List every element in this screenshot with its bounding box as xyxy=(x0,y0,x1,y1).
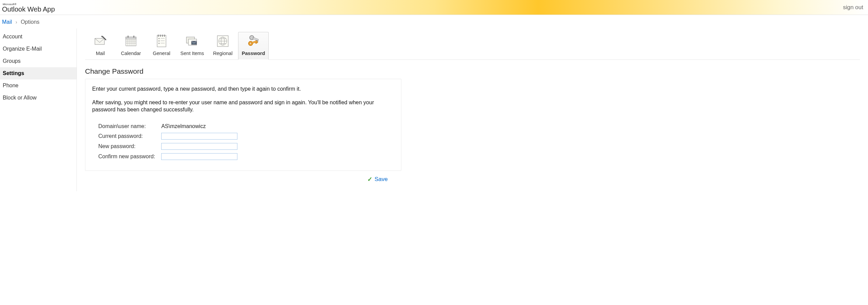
intro-text-1: Enter your current password, type a new … xyxy=(92,85,394,93)
tab-general[interactable]: General xyxy=(146,32,177,60)
svg-rect-18 xyxy=(158,38,160,39)
app-title: Outlook Web App xyxy=(2,6,55,13)
sidebar-item-phone[interactable]: Phone xyxy=(0,79,77,92)
svg-rect-42 xyxy=(256,42,258,43)
tab-password[interactable]: Password xyxy=(238,32,269,60)
current-password-label: Current password: xyxy=(97,131,160,141)
svg-rect-35 xyxy=(253,37,258,40)
tab-label: Calendar xyxy=(121,51,141,56)
svg-rect-16 xyxy=(162,35,163,37)
confirm-password-input[interactable] xyxy=(161,153,237,160)
mail-icon xyxy=(94,34,107,48)
svg-rect-41 xyxy=(255,42,257,44)
sidebar-item-account[interactable]: Account xyxy=(0,31,77,43)
tab-regional[interactable]: Regional xyxy=(207,32,238,60)
tab-mail[interactable]: Mail xyxy=(85,32,116,60)
tab-label: Password xyxy=(242,51,265,56)
breadcrumb-mail-link[interactable]: Mail xyxy=(2,19,12,25)
save-button[interactable]: Save xyxy=(374,176,388,183)
new-password-label: New password: xyxy=(97,141,160,151)
svg-rect-0 xyxy=(95,38,104,44)
section-title: Change Password xyxy=(85,67,860,75)
svg-rect-14 xyxy=(158,35,159,37)
tab-label: General xyxy=(153,51,170,56)
password-fields: Domain\user name: AS\mzelmanowicz Curren… xyxy=(97,122,239,162)
tab-calendar[interactable]: Calendar xyxy=(116,32,146,60)
sidebar-item-groups[interactable]: Groups xyxy=(0,55,77,67)
breadcrumb-separator: › xyxy=(16,19,17,25)
general-icon xyxy=(155,34,168,48)
sidebar-item-settings[interactable]: Settings xyxy=(0,67,77,79)
sidebar-item-organize-email[interactable]: Organize E-Mail xyxy=(0,43,77,55)
calendar-icon xyxy=(124,34,138,48)
tab-label: Regional xyxy=(213,51,232,56)
breadcrumb-current: Options xyxy=(21,19,39,25)
domain-user-value: AS\mzelmanowicz xyxy=(160,122,239,131)
svg-rect-20 xyxy=(158,40,160,41)
checkmark-icon: ✓ xyxy=(367,176,372,183)
domain-user-label: Domain\user name: xyxy=(97,122,160,131)
current-password-input[interactable] xyxy=(161,133,237,140)
change-password-panel: Enter your current password, type a new … xyxy=(85,79,401,171)
app-header: Microsoft® Outlook Web App sign out xyxy=(0,0,868,15)
svg-rect-4 xyxy=(126,37,136,39)
svg-rect-12 xyxy=(133,36,134,38)
regional-icon xyxy=(216,34,230,48)
svg-rect-15 xyxy=(160,35,161,37)
svg-rect-13 xyxy=(157,35,166,47)
tab-sent-items[interactable]: Sent Items xyxy=(177,32,207,60)
app-logo: Microsoft® Outlook Web App xyxy=(2,2,55,13)
sign-out-link[interactable]: sign out xyxy=(843,4,863,11)
svg-rect-22 xyxy=(158,43,160,44)
sent-items-icon xyxy=(185,34,199,48)
confirm-password-label: Confirm new password: xyxy=(97,151,160,162)
sidebar-item-block-or-allow[interactable]: Block or Allow xyxy=(0,92,77,104)
content-area: Mail Calendar xyxy=(77,29,868,191)
intro-text-2: After saving, you might need to re-enter… xyxy=(92,99,394,113)
options-sidebar: Account Organize E-Mail Groups Settings … xyxy=(0,29,77,191)
settings-tabs: Mail Calendar xyxy=(85,29,860,60)
svg-rect-17 xyxy=(164,35,165,37)
breadcrumb: Mail › Options xyxy=(0,15,868,29)
save-row: ✓ Save xyxy=(85,171,401,183)
tab-label: Sent Items xyxy=(180,51,204,56)
new-password-input[interactable] xyxy=(161,143,237,150)
password-keys-icon xyxy=(247,34,260,48)
tab-label: Mail xyxy=(96,51,105,56)
svg-rect-11 xyxy=(128,36,129,38)
